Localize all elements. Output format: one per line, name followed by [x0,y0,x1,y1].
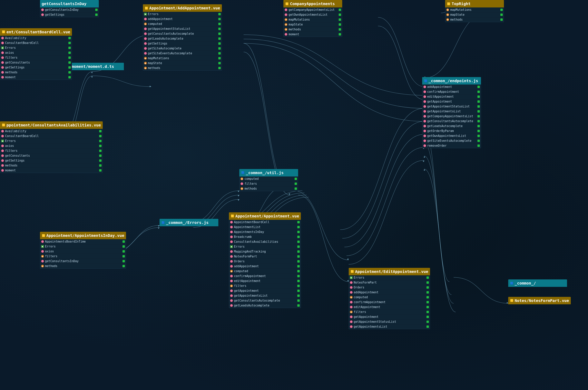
row-port [297,270,300,272]
row-port [426,326,429,328]
row-label: getConsultantsInDay [45,259,121,263]
module-icon: 🟦 [510,281,513,285]
row-label: getAppointmentStatusList [354,320,425,324]
node-consultants_availabilities[interactable]: 🟨 ppointment/ConsultantsAvailabilities.v… [0,121,103,173]
node-header: 🟦 _common_/endpoints.js [422,77,481,85]
row-port [477,115,480,117]
row-label: getAppointmentsList [427,110,476,113]
node-row: ⬡ getSiteEventsAutocomplete [143,51,222,56]
node-body: ⬡ addAppointment ⬡ confirmAppointment ⬡ … [422,85,481,148]
row-port [339,18,341,21]
node-row: ⬡ ConsultantsAvailabilities [229,240,301,244]
row-label: AppointmentsInDay [234,230,296,234]
node-row: ● filters [40,254,126,259]
row-label: getSettings [45,13,94,16]
node-row: ⬡ Breadcrumb [229,235,301,240]
node-header: 🟨 ppointment/ConsultantsAvailabilities.v… [0,121,103,129]
row-port [95,13,98,16]
node-row: ⬡ addAppointment [143,17,222,22]
node-header: 🟦 _common_/ [508,279,567,287]
row-label: AppointmentList [234,225,296,229]
node-row: ⬡ moment [284,32,342,37]
node-common_endpoints[interactable]: 🟦 _common_/endpoints.js ⬡ addAppointment… [422,77,481,148]
node-top_far_right[interactable]: 🟨 TopRight ● mapMutations ● mapState ● m… [445,0,504,22]
row-port [218,42,221,45]
node-title: CompanyAppointments [290,1,335,6]
vue-icon: 🟨 [447,2,451,5]
node-header: 🟨 CompanyAppointments [283,0,342,7]
row-label: getLeadsAutocomplete [234,304,296,307]
row-port [295,183,297,185]
node-title: ent/ConsultantBoardCell.vue [6,30,70,34]
node-title: _common_/util.js [246,170,284,175]
node-notes_form_part[interactable]: 🟨 Notes/NotesFormPart.vue [508,297,571,304]
row-port [297,236,300,238]
row-label: methods [5,71,67,74]
node-header: 🟨 ent/ConsultantBoardCell.vue [0,28,72,36]
node-title: _common_/ [515,281,536,286]
node-row: ⬡ getLeadsAutocomplete [229,303,301,308]
vue-icon: 🟨 [285,2,289,5]
row-port [297,221,300,223]
row-label: axios [5,51,67,54]
node-header: getConsultantsInDay [40,0,99,7]
row-label: moment [288,33,338,36]
node-edit_appointment[interactable]: 🟨 Appointment/EditAppointment.vue ■ Erro… [349,268,430,329]
vue-icon: 🟨 [2,30,5,34]
node-appointments_in_day[interactable]: 🟨 Appointment/AppointmentsInDay.vue ⬡ Ap… [40,232,126,269]
node-common_last[interactable]: 🟦 _common_/ [508,279,567,287]
row-port [339,23,341,26]
node-row: ⬡ getLeadsAutocomplete [422,124,481,129]
row-label: removeOrder [427,144,476,147]
node-title: _common_/endpoints.js [429,78,478,83]
row-port [426,291,429,293]
row-port [123,265,125,267]
row-port [218,23,221,25]
node-appointment_main[interactable]: 🟨 Appointment/Appointment.vue ⬡ Appointm… [229,212,301,308]
row-label: filters [5,56,67,59]
node-appointment_add[interactable]: 🟨 Appointment/AddAppointment.vue ■ Error… [143,4,222,71]
node-body: ⬡ AppointmentsBoardInTime ■ Errors ⬡ axi… [40,239,126,269]
row-label: Errors [148,12,217,16]
graph-container: 🟨 Appointment/AddAppointment.vue ■ Error… [0,0,588,390]
node-body: ■ Errors ⬡ NotesFormPart ⬡ Orders ⬡ addA… [349,275,430,329]
node-moment_ts[interactable]: 🟦 moment/moment.d.ts [65,63,124,70]
row-port [477,125,480,127]
node-consultant_board_cell[interactable]: 🟨 ent/ConsultantBoardCell.vue ⬡ Availabi… [0,28,72,80]
node-row: ● computed [239,177,298,181]
node-top_right_node[interactable]: 🟨 CompanyAppointments ⬡ getCompanyAppoin… [283,0,342,37]
node-header: 🟦 _common_/Errors.js [160,219,218,226]
node-row: ⬡ axios [0,144,102,148]
node-row: ⬡ getAppointmentsList [422,109,481,114]
row-label: filters [244,182,293,186]
node-row: ⬡ getConsultants [0,60,72,65]
node-row: ⬡ getSettings [0,158,102,163]
node-row: ⬡ getConsultantsInDay [40,7,99,12]
node-row: ⬡ addAppointment [422,85,481,89]
node-body: ⬡ getConsultantsInDay ⬡ getSettings [40,7,99,17]
node-get_consultants_in_day[interactable]: getConsultantsInDay ⬡ getConsultantsInDa… [40,0,99,17]
node-row: ⬡ getAppointmentsList [229,293,301,298]
node-common_util[interactable]: 🟦 _common_/util.js ● computed ⬡ filters … [239,169,298,191]
node-common_errors[interactable]: 🟦 _common_/Errors.js [160,219,218,226]
node-title: TopRight [452,1,470,6]
row-port [477,130,480,132]
row-port [99,140,101,142]
row-port [426,301,429,303]
node-title: moment/moment.d.ts [72,64,114,69]
row-port [68,61,71,64]
node-row: ⬡ getCompanyAppointmentsList [284,7,342,12]
node-row: ● filters [229,284,301,289]
node-row: ● methods [284,27,342,32]
row-label: axios [5,144,98,148]
node-row: ⬡ getSiteAutocomplete [143,46,222,51]
node-row: ⬡ axios [0,50,72,55]
row-port [218,28,221,30]
node-header: 🟨 TopRight [445,0,504,7]
row-port [500,9,503,11]
node-header: 🟨 Appointment/AddAppointment.vue [143,4,222,12]
node-row: ⬡ Availability [0,36,72,41]
row-port [99,130,101,132]
node-row: ⬡ methods [0,70,72,75]
row-label: confirmAppointment [427,90,476,94]
